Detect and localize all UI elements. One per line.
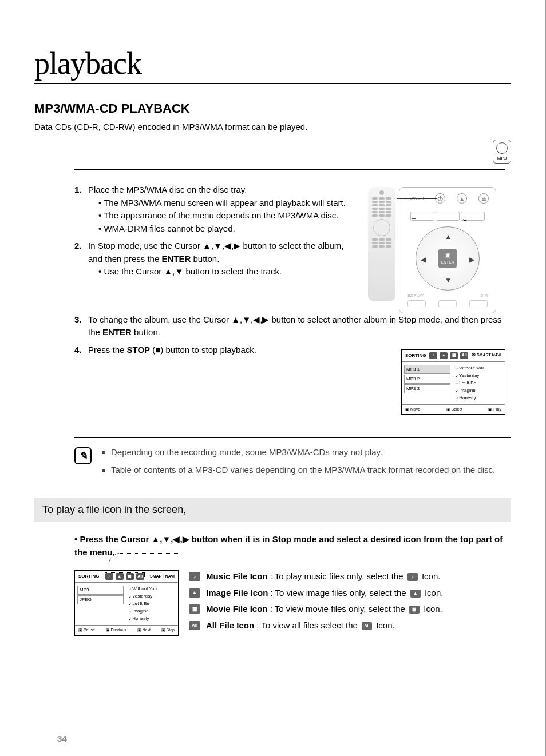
all-icon: All: [136, 573, 144, 580]
step-1: 1. Place the MP3/WMA disc on the disc tr…: [74, 184, 357, 235]
ez-label: EZ PLAY: [407, 293, 424, 299]
step-text: Place the MP3/WMA disc on the disc tray.: [88, 185, 247, 194]
remote-diagram: POWER ⏻ ▲ ⏏ − ⌄ ▲ ▼ ◀ ▶: [368, 187, 511, 313]
stop-label: STOP: [127, 345, 151, 355]
left-icon: ◀: [421, 254, 426, 265]
track-list: Without You Yesterday Let It Be Imagine …: [126, 583, 178, 625]
icon-desc: Icon.: [374, 620, 395, 630]
icon-desc: : To view all files select the: [254, 620, 360, 630]
folder-list: MP3 JPEG: [75, 583, 126, 625]
handset-icon: [368, 187, 395, 301]
small-button-icon: [407, 300, 426, 307]
remote-panel: POWER ⏻ ▲ ⏏ − ⌄ ▲ ▼ ◀ ▶: [399, 187, 496, 313]
track-item: Imagine: [456, 387, 503, 394]
track-item: Honesty: [129, 615, 176, 622]
all-icon: All: [460, 352, 468, 359]
track-item: Let It Be: [129, 600, 176, 607]
smart-label: SMART NAVI: [477, 353, 501, 357]
track-item: Let It Be: [456, 380, 503, 387]
folder-list: MP3 1 MP3 2 MP3 3: [402, 362, 453, 404]
intro-text: Data CDs (CD-R, CD-RW) encoded in MP3/WM…: [34, 122, 511, 132]
step-num: 1.: [74, 184, 88, 235]
all-file-icon: All: [189, 621, 200, 630]
note-item: Depending on the recording mode, some MP…: [111, 446, 495, 459]
track-item: Imagine: [129, 608, 176, 615]
movie-icon: ▦: [450, 352, 458, 359]
small-button-icon: [438, 300, 457, 307]
icon-name: Movie File Icon: [206, 604, 268, 614]
folder-item: JPEG: [77, 595, 124, 604]
all-file-icon: All: [362, 622, 372, 630]
osd-preview-2: SORTING ♪ ▲ ▦ All SMART NAVI MP3 JPEG: [74, 570, 179, 636]
smart-label: SMART NAVI: [150, 574, 175, 580]
icon-desc: Icon.: [422, 588, 444, 598]
icon-desc: : To view image files only, select the: [268, 588, 408, 598]
step-2: 2. In Stop mode, use the Cursor ▲,▼,◀,▶ …: [74, 240, 357, 278]
icon-name: All File Icon: [206, 620, 254, 630]
callout-line: [109, 553, 178, 571]
track-item: Honesty: [456, 395, 503, 401]
movie-file-icon: ▦: [409, 606, 420, 614]
step-text: (■) button to stop playback.: [150, 345, 256, 355]
step-text: button.: [132, 327, 160, 337]
music-file-icon: ♪: [407, 573, 418, 581]
small-button-icon: [469, 300, 488, 307]
image-file-icon: ▲: [189, 588, 200, 598]
music-file-icon: ♪: [189, 572, 200, 581]
folder-item: MP3: [77, 586, 124, 595]
enter-button: ▣ ENTER: [438, 249, 457, 268]
note-item: Table of contents of a MP3-CD varies dep…: [111, 464, 495, 477]
music-icon: ♪: [429, 352, 437, 359]
select-label: Select: [446, 407, 462, 413]
track-item: Yesterday: [129, 593, 176, 600]
dim-label: DIM: [480, 293, 488, 299]
power-icon: ⏻: [435, 193, 445, 204]
section-heading: MP3/WMA-CD PLAYBACK: [34, 101, 511, 116]
step-sub: • Use the Cursor ▲,▼ button to select th…: [98, 265, 357, 278]
step-text: Press the: [88, 345, 127, 355]
page-number: 34: [57, 734, 67, 743]
mp3-badge-label: MP3: [497, 156, 507, 161]
track-item: Without You: [456, 365, 503, 372]
sorting-label: SORTING: [78, 573, 99, 580]
image-icon: ▲: [440, 352, 448, 359]
step-text: button.: [191, 254, 219, 264]
page-title: playback: [34, 46, 511, 84]
folder-item: MP3 3: [404, 384, 450, 393]
step-sub: • The MP3/WMA menu screen will appear an…: [98, 197, 357, 210]
step-4: 4. Press the STOP (■) button to stop pla…: [74, 344, 395, 357]
down-icon: ▼: [445, 275, 452, 285]
icon-legend: ♪ Music File Icon : To play music files …: [189, 570, 511, 635]
play-label: Play: [488, 407, 501, 413]
nav-wheel: ▲ ▼ ◀ ▶ ▣ ENTER: [416, 226, 480, 291]
stop-label: Stop: [161, 627, 175, 634]
step-num: 4.: [74, 344, 88, 357]
enter-label: ENTER: [441, 260, 454, 266]
next-label: Next: [137, 627, 151, 634]
track-item: Without You: [129, 586, 176, 592]
button-icon: −: [410, 212, 434, 221]
step-3: 3. To change the album, use the Cursor ▲…: [74, 313, 511, 339]
step-num: 3.: [74, 313, 88, 339]
icon-name: Image File Icon: [206, 588, 268, 598]
folder-item: MP3 1: [404, 365, 450, 374]
osd-preview: SORTING ♪ ▲ ▦ All ⦿ SMART NAVI MP3 1 MP3…: [401, 349, 505, 415]
movie-file-icon: ▦: [189, 604, 200, 614]
enter-label: ENTER: [161, 254, 191, 264]
image-icon: ▲: [116, 573, 124, 580]
open-icon: ⏏: [478, 193, 489, 204]
step-sub: • The appearance of the menu depends on …: [98, 209, 357, 222]
eject-icon: ▲: [457, 193, 467, 204]
up-icon: ▲: [445, 232, 452, 242]
icon-desc: : To play music files only, select the: [268, 571, 406, 581]
step-sub: • WMA-DRM files cannot be played.: [98, 222, 357, 236]
prev-label: Previous: [106, 627, 126, 634]
movie-icon: ▦: [126, 573, 134, 580]
icon-name: Music File Icon: [206, 571, 268, 581]
track-list: Without You Yesterday Let It Be Imagine …: [453, 362, 505, 404]
subsection-heading: To play a file icon in the screen,: [34, 498, 511, 522]
step-num: 2.: [74, 240, 88, 278]
right-icon: ▶: [469, 254, 474, 265]
note-block: ✎ Depending on the recording mode, some …: [74, 437, 511, 481]
button-icon: [436, 212, 460, 221]
